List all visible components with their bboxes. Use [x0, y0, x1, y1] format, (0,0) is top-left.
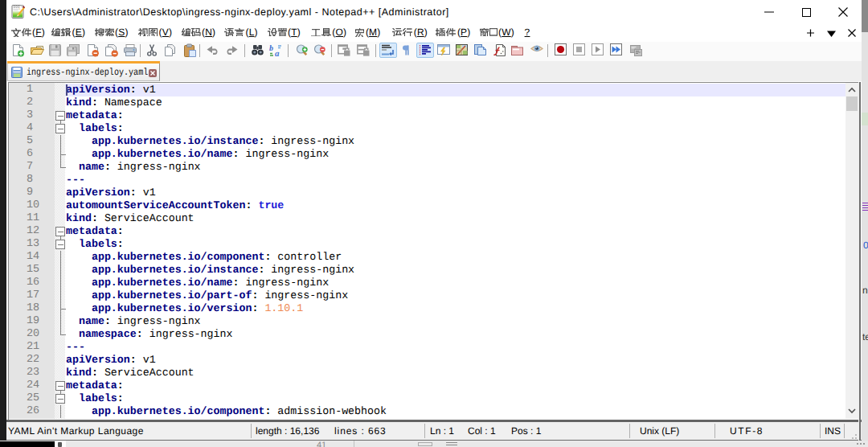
svg-text:b: b	[269, 44, 273, 53]
svg-text:a: a	[275, 49, 280, 57]
